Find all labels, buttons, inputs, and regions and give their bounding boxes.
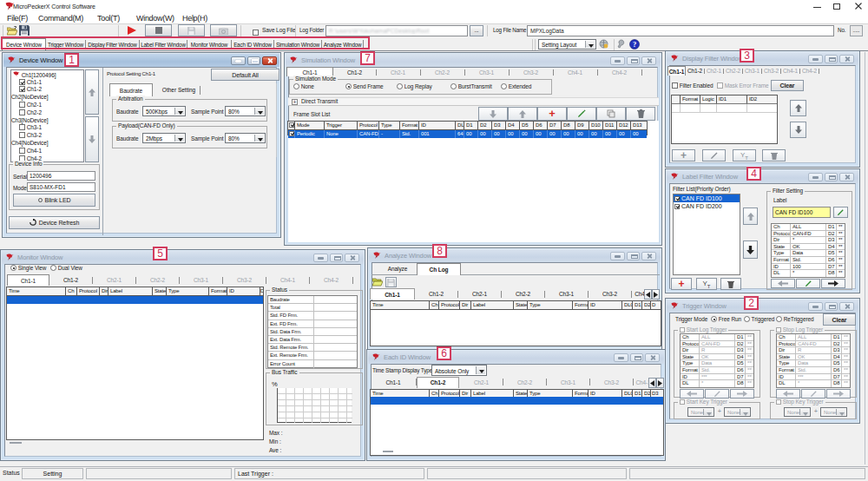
svg-text:?: ?	[633, 40, 636, 49]
